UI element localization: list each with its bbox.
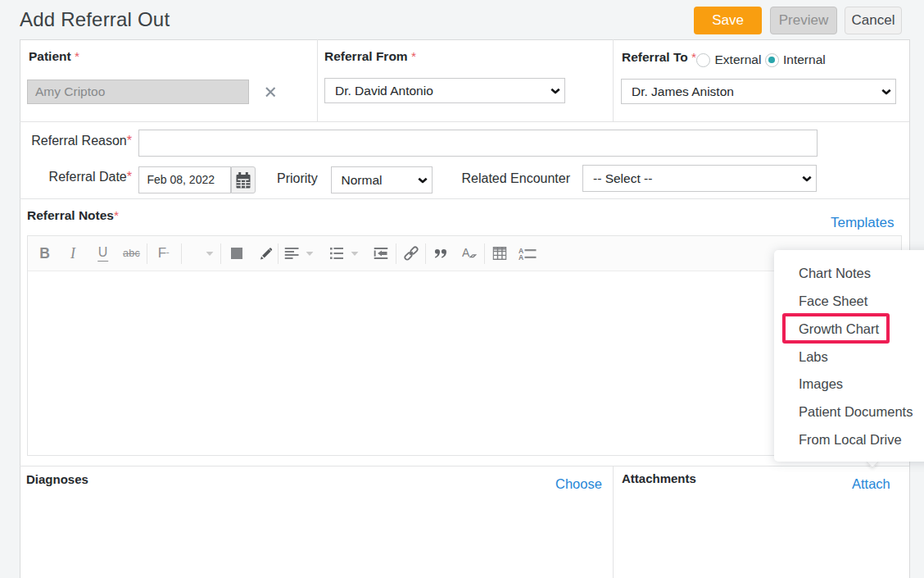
svg-text:A: A	[519, 253, 523, 260]
svg-text:A: A	[462, 247, 470, 259]
